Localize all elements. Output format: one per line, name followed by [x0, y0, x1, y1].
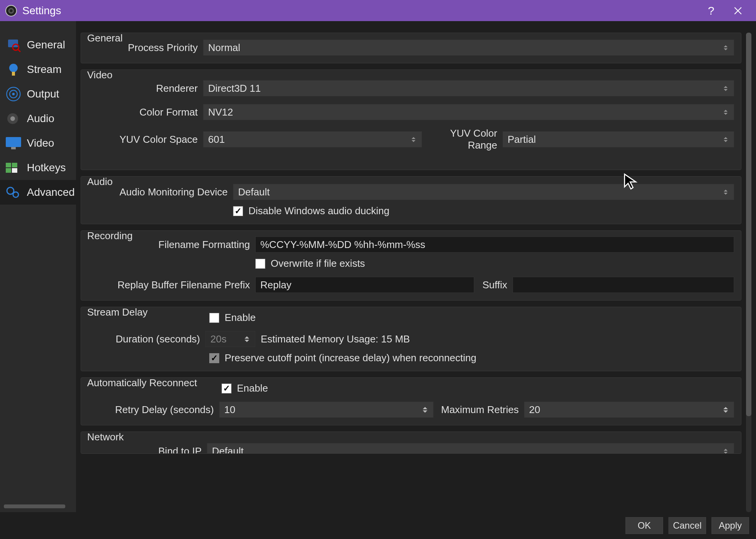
svg-rect-19	[6, 168, 11, 173]
apply-button[interactable]: Apply	[711, 517, 749, 534]
select-yuv-range[interactable]: Partial	[503, 131, 734, 147]
label-duration: Duration (seconds)	[88, 333, 205, 345]
keyboard-icon	[4, 158, 23, 177]
sidebar-label: Hotkeys	[27, 162, 66, 174]
broadcast-icon	[4, 84, 23, 104]
label-replay-prefix: Replay Buffer Filename Prefix	[88, 279, 255, 291]
footer: OK Cancel Apply	[0, 512, 756, 539]
group-stream-delay: Stream Delay Enable Duration (seconds) 2…	[81, 307, 741, 371]
group-title: Audio	[87, 176, 113, 188]
gears-icon	[4, 183, 23, 202]
sidebar-item-video[interactable]: Video	[0, 131, 76, 155]
scrollbar-thumb[interactable]	[746, 33, 751, 416]
label-stream-delay-enable: Enable	[225, 312, 256, 324]
checkbox-preserve-cutoff	[209, 353, 219, 363]
svg-point-22	[13, 192, 18, 197]
label-bind-ip: Bind to IP	[88, 445, 207, 454]
svg-point-2	[10, 9, 13, 12]
select-process-priority[interactable]: Normal	[203, 40, 734, 56]
sidebar-scrollbar[interactable]	[4, 504, 65, 508]
sidebar-item-general[interactable]: General	[0, 33, 76, 57]
ok-button[interactable]: OK	[625, 517, 663, 534]
group-title: Recording	[87, 230, 133, 242]
label-yuv-range: YUV Color Range	[422, 127, 503, 151]
sidebar-label: Output	[27, 88, 59, 100]
sidebar-item-audio[interactable]: Audio	[0, 106, 76, 131]
select-monitoring-device[interactable]: Default	[233, 184, 734, 200]
sidebar-label: Stream	[27, 63, 61, 76]
svg-point-8	[9, 64, 18, 72]
sidebar-item-stream[interactable]: Stream	[0, 57, 76, 82]
sidebar-item-advanced[interactable]: Advanced	[0, 180, 76, 205]
group-title: General	[87, 33, 123, 44]
select-yuv-space[interactable]: 601	[203, 131, 422, 147]
sidebar-label: General	[27, 39, 65, 51]
label-monitoring-device: Audio Monitoring Device	[88, 186, 233, 198]
svg-point-21	[7, 187, 14, 194]
help-button[interactable]: ?	[698, 0, 725, 21]
label-overwrite: Overwrite if file exists	[271, 258, 365, 270]
select-color-format[interactable]: NV12	[203, 104, 734, 120]
label-replay-suffix: Suffix	[474, 279, 513, 291]
sidebar-item-output[interactable]: Output	[0, 82, 76, 106]
vertical-scrollbar[interactable]	[746, 33, 751, 512]
svg-rect-17	[6, 163, 11, 167]
group-video: Video Renderer Direct3D 11 Color Format …	[81, 69, 741, 170]
label-preserve-cutoff: Preserve cutoff point (increase delay) w…	[225, 352, 476, 364]
checkbox-audio-ducking[interactable]	[233, 206, 243, 216]
group-audio: Audio Audio Monitoring Device Default Di…	[81, 176, 741, 224]
group-title: Video	[87, 69, 112, 81]
group-recording: Recording Filename Formatting %CCYY-%MM-…	[81, 230, 741, 301]
select-bind-ip[interactable]: Default	[207, 443, 734, 454]
sidebar-label: Advanced	[27, 186, 75, 198]
search-icon	[4, 35, 23, 55]
sidebar-item-hotkeys[interactable]: Hotkeys	[0, 155, 76, 180]
sidebar: General Stream Output Audio Video Hotkey…	[0, 21, 76, 512]
content-pane: General Process Priority Normal Video Re…	[76, 21, 756, 512]
group-network: Network Bind to IP Default	[81, 432, 741, 454]
svg-rect-9	[12, 72, 15, 76]
input-retry-delay[interactable]: 10	[219, 402, 433, 418]
svg-rect-18	[12, 163, 17, 167]
speaker-icon	[4, 109, 23, 128]
window-title: Settings	[22, 5, 698, 17]
svg-rect-16	[11, 147, 16, 149]
svg-point-14	[10, 116, 15, 121]
svg-line-7	[18, 49, 20, 52]
monitor-icon	[4, 134, 23, 153]
input-filename-formatting[interactable]: %CCYY-%MM-%DD %hh-%mm-%ss	[255, 236, 734, 253]
label-yuv-space: YUV Color Space	[88, 134, 203, 145]
group-general: General Process Priority Normal	[81, 33, 741, 63]
input-max-retries[interactable]: 20	[524, 402, 734, 418]
group-reconnect: Automatically Reconnect Enable Retry Del…	[81, 377, 741, 425]
group-title: Network	[87, 432, 124, 443]
label-max-retries: Maximum Retries	[433, 404, 524, 416]
close-button[interactable]	[725, 0, 751, 21]
label-audio-ducking: Disable Windows audio ducking	[248, 205, 389, 217]
svg-rect-15	[6, 137, 21, 147]
globe-icon	[4, 60, 23, 79]
label-color-format: Color Format	[88, 106, 203, 118]
checkbox-reconnect-enable[interactable]	[222, 384, 232, 394]
titlebar: Settings ?	[0, 0, 756, 21]
group-title: Stream Delay	[87, 306, 148, 318]
checkbox-overwrite[interactable]	[255, 259, 265, 269]
cancel-button[interactable]: Cancel	[668, 517, 706, 534]
group-title: Automatically Reconnect	[87, 377, 197, 389]
sidebar-label: Video	[27, 137, 54, 149]
checkbox-stream-delay-enable[interactable]	[209, 313, 219, 323]
label-estimated-memory: Estimated Memory Usage: 15 MB	[261, 333, 410, 345]
label-renderer: Renderer	[88, 83, 203, 94]
obs-icon	[5, 4, 18, 17]
svg-point-12	[12, 93, 15, 96]
select-renderer[interactable]: Direct3D 11	[203, 80, 734, 96]
input-replay-suffix[interactable]	[513, 277, 734, 293]
label-reconnect-enable: Enable	[237, 382, 268, 394]
svg-rect-20	[12, 168, 17, 173]
label-retry-delay: Retry Delay (seconds)	[88, 404, 219, 416]
sidebar-label: Audio	[27, 112, 55, 125]
input-duration[interactable]: 20s	[205, 331, 255, 347]
input-replay-prefix[interactable]: Replay	[255, 277, 474, 293]
